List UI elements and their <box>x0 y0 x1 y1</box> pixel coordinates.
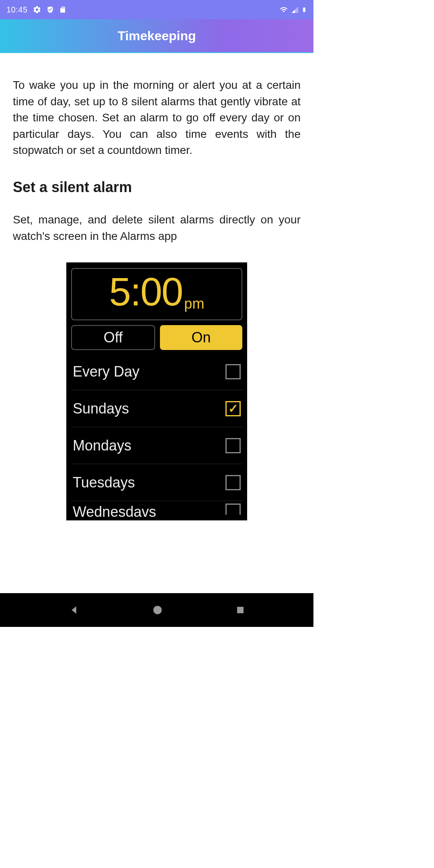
navigation-bar <box>0 593 313 627</box>
day-label: Tuesdays <box>73 474 135 491</box>
checkbox-unchecked-icon <box>225 364 241 379</box>
day-label: Sundays <box>73 400 129 417</box>
alarm-time-value: 5:00 <box>109 272 183 311</box>
day-row-mondays: Mondays <box>71 427 242 464</box>
checkbox-unchecked-icon <box>225 475 241 490</box>
sd-card-icon <box>59 6 66 14</box>
battery-icon <box>301 5 307 14</box>
content-area[interactable]: To wake you up in the morning or alert y… <box>0 53 313 520</box>
alarm-on-button: On <box>160 325 242 350</box>
alarm-off-button: Off <box>71 325 155 350</box>
section-paragraph: Set, manage, and delete silent alarms di… <box>13 212 301 244</box>
app-header: Timekeeping <box>0 19 313 53</box>
back-button[interactable] <box>68 604 80 616</box>
svg-point-0 <box>154 606 162 614</box>
gear-icon <box>33 5 41 14</box>
checkbox-unchecked-icon <box>225 504 241 515</box>
watch-screenshot: 5:00 pm Off On Every Day Sundays ✓ Monda… <box>66 262 247 520</box>
page-title: Timekeeping <box>117 29 196 43</box>
status-right <box>279 5 307 14</box>
status-left: 10:45 <box>6 5 66 14</box>
svg-rect-1 <box>237 607 244 613</box>
day-label: Mondays <box>73 437 131 454</box>
day-row-wednesdays: Wednesdavs <box>71 501 242 520</box>
day-row-everyday: Every Day <box>71 353 242 390</box>
alarm-time-display: 5:00 pm <box>71 268 242 320</box>
home-button[interactable] <box>152 604 163 616</box>
shield-icon <box>46 6 54 14</box>
checkbox-unchecked-icon <box>225 438 241 453</box>
section-heading: Set a silent alarm <box>13 179 301 196</box>
day-row-tuesdays: Tuesdays <box>71 464 242 501</box>
status-bar: 10:45 <box>0 0 313 19</box>
day-label: Every Day <box>73 363 139 380</box>
signal-icon <box>291 6 299 14</box>
checkbox-checked-icon: ✓ <box>225 401 241 416</box>
alarm-time-ampm: pm <box>184 295 204 319</box>
day-label: Wednesdavs <box>73 504 156 520</box>
wifi-icon <box>279 6 289 14</box>
day-row-sundays: Sundays ✓ <box>71 390 242 427</box>
alarm-toggle-row: Off On <box>71 325 242 350</box>
intro-paragraph: To wake you up in the morning or alert y… <box>13 77 301 159</box>
recent-apps-button[interactable] <box>235 605 245 615</box>
status-time: 10:45 <box>6 5 28 14</box>
